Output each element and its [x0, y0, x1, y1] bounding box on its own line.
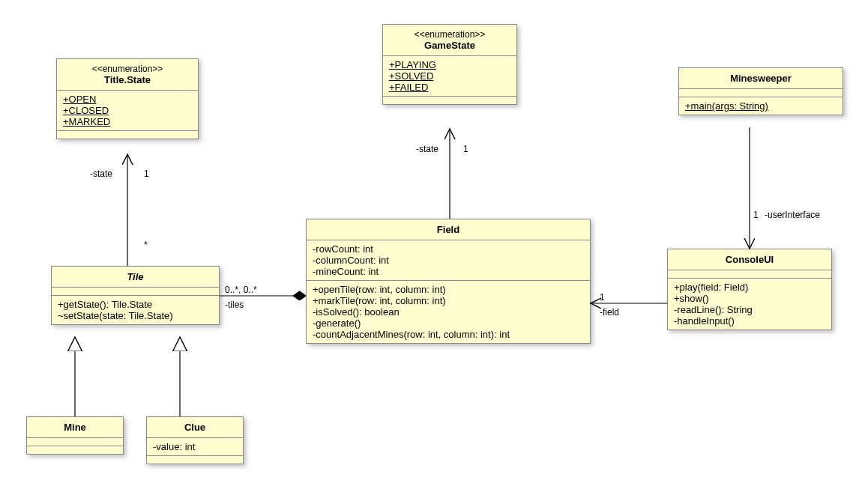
consoleui-name: ConsoleUI — [674, 254, 825, 265]
game-state-values: +PLAYING +SOLVED +FAILED — [383, 55, 516, 96]
game-state-stereotype: <<enumeration>> — [389, 29, 510, 40]
field-attrs: -rowCount: int -columnCount: int -mineCo… — [307, 240, 590, 280]
title-state-values: +OPEN +CLOSED +MARKED — [57, 90, 198, 130]
empty-section — [147, 455, 243, 464]
label-one-gamestate: 1 — [463, 144, 468, 154]
attr: -rowCount: int — [313, 243, 584, 255]
empty-section — [668, 270, 831, 278]
enum-value: +OPEN — [63, 94, 192, 105]
enum-value: +MARKED — [63, 116, 192, 127]
minesweeper-methods: +main(args: String) — [679, 97, 843, 115]
method: +main(args: String) — [685, 100, 837, 112]
mine-header: Mine — [27, 417, 123, 437]
attr: -columnCount: int — [313, 255, 584, 266]
attr: -mineCount: int — [313, 266, 584, 277]
label-state-tile: -state — [90, 168, 112, 179]
empty-section — [27, 437, 123, 446]
method: +play(field: Field) — [674, 282, 825, 293]
label-mult: 0..*, 0..* — [225, 285, 257, 295]
method: -countAdjacentMines(row: int, column: in… — [313, 329, 584, 340]
minesweeper-header: Minesweeper — [679, 68, 843, 88]
class-clue: Clue -value: int — [146, 416, 244, 464]
enum-value: +SOLVED — [389, 70, 510, 82]
clue-name: Clue — [153, 422, 237, 433]
label-state-field: -state — [416, 144, 438, 154]
attr: -value: int — [153, 441, 237, 452]
class-console-ui: ConsoleUI +play(field: Field) +show() -r… — [667, 249, 832, 330]
label-field-role: -field — [600, 307, 619, 318]
title-state-stereotype: <<enumeration>> — [63, 64, 192, 74]
method: -readLine(): String — [674, 304, 825, 315]
mine-name: Mine — [33, 422, 117, 433]
label-tiles: -tiles — [225, 300, 244, 310]
field-name: Field — [313, 224, 584, 235]
class-field: Field -rowCount: int -columnCount: int -… — [306, 219, 591, 344]
label-one-tile: 1 — [144, 168, 149, 179]
clue-header: Clue — [147, 417, 243, 437]
method: +openTile(row: int, column: int) — [313, 284, 584, 295]
method: ~setState(state: Tile.State) — [58, 310, 213, 321]
empty-section — [52, 287, 219, 295]
consoleui-methods: +play(field: Field) +show() -readLine():… — [668, 278, 831, 330]
field-methods: +openTile(row: int, column: int) +markTi… — [307, 280, 590, 343]
class-mine: Mine — [26, 416, 124, 455]
class-game-state: <<enumeration>> GameState +PLAYING +SOLV… — [382, 24, 517, 105]
label-userinterface: -userInterface — [765, 210, 820, 220]
class-title-state: <<enumeration>> Title.State +OPEN +CLOSE… — [56, 58, 199, 139]
tile-name: Tile — [58, 271, 213, 282]
enum-value: +FAILED — [389, 82, 510, 93]
method: -isSolved(): boolean — [313, 306, 584, 318]
consoleui-header: ConsoleUI — [668, 249, 831, 270]
game-state-header: <<enumeration>> GameState — [383, 25, 516, 55]
tile-methods: +getState(): Tile.State ~setState(state:… — [52, 295, 219, 324]
minesweeper-name: Minesweeper — [685, 73, 837, 84]
class-tile: Tile +getState(): Tile.State ~setState(s… — [51, 266, 220, 325]
enum-value: +PLAYING — [389, 59, 510, 70]
title-state-name: Title.State — [63, 74, 192, 85]
method: +markTile(row: int, column: int) — [313, 295, 584, 306]
field-header: Field — [307, 219, 590, 240]
tile-header: Tile — [52, 267, 219, 287]
class-minesweeper: Minesweeper +main(args: String) — [678, 67, 843, 115]
clue-attrs: -value: int — [147, 437, 243, 455]
method: -handleInput() — [674, 315, 825, 327]
label-star-tile: * — [144, 240, 148, 250]
label-one-ui: 1 — [753, 210, 759, 220]
method: +show() — [674, 293, 825, 304]
empty-section — [57, 130, 198, 139]
method: +getState(): Tile.State — [58, 299, 213, 310]
enum-value: +CLOSED — [63, 105, 192, 116]
title-state-header: <<enumeration>> Title.State — [57, 59, 198, 90]
empty-section — [679, 88, 843, 97]
empty-section — [27, 446, 123, 454]
method: -generate() — [313, 318, 584, 329]
empty-section — [383, 96, 516, 104]
game-state-name: GameState — [389, 40, 510, 51]
label-one-field: 1 — [600, 292, 605, 303]
